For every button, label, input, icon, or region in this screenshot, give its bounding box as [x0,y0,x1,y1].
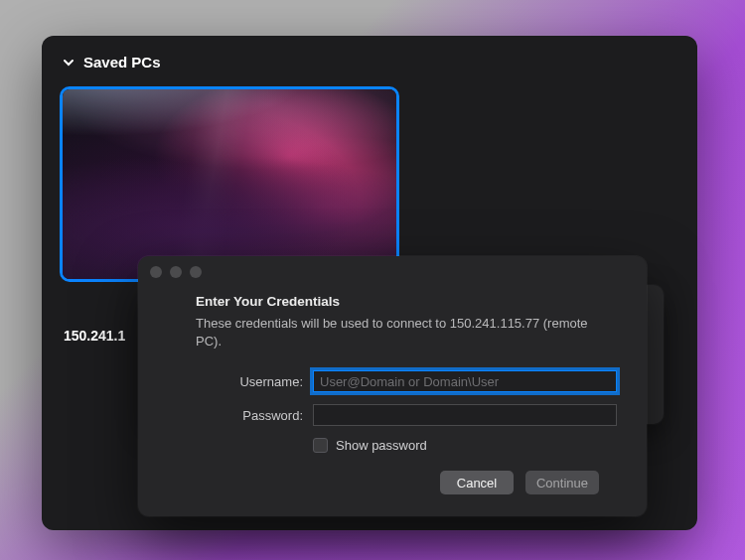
password-input[interactable] [313,404,617,426]
zoom-icon[interactable] [190,266,202,278]
username-input[interactable] [313,370,617,392]
pc-thumbnail [63,89,396,279]
show-password-row: Show password [313,438,617,453]
dialog-body: Enter Your Credentials These credentials… [138,282,647,508]
chevron-down-icon [62,56,75,70]
saved-pcs-header[interactable]: Saved PCs [42,36,697,74]
credentials-dialog: Enter Your Credentials These credentials… [138,256,647,516]
password-label: Password: [196,408,303,423]
pc-card[interactable] [60,86,399,282]
dialog-actions: Cancel Continue [196,471,617,494]
minimize-icon[interactable] [170,266,182,278]
cancel-button[interactable]: Cancel [440,471,514,494]
dialog-title: Enter Your Credentials [196,294,617,309]
username-row: Username: [196,370,617,392]
continue-button[interactable]: Continue [525,471,599,494]
window-controls [138,256,647,282]
username-label: Username: [196,374,303,389]
password-row: Password: [196,404,617,426]
show-password-label: Show password [336,438,427,453]
dialog-description: These credentials will be used to connec… [196,315,613,350]
section-title: Saved PCs [83,54,161,70]
close-icon[interactable] [150,266,162,278]
pc-label: 150.241.1 [60,328,125,344]
show-password-checkbox[interactable] [313,438,328,453]
